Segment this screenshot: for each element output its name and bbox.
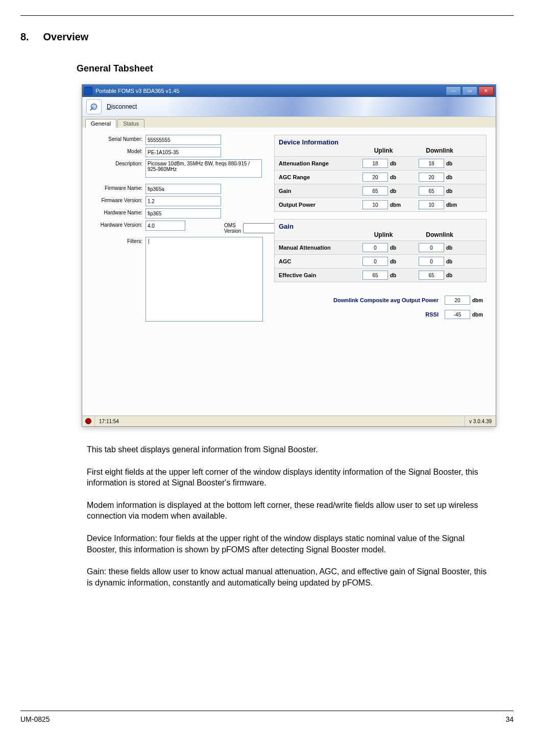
unit-label: db — [446, 245, 460, 251]
hwname-input[interactable] — [145, 208, 221, 218]
row-label: Gain — [279, 188, 355, 194]
tabstrip: General Status — [82, 117, 496, 128]
composite-power-label: Downlink Composite avg Output Power — [333, 297, 439, 303]
row-label: AGC — [279, 258, 355, 264]
device-info-panel: Device Information UplinkDownlink Attenu… — [274, 135, 487, 212]
downlink-value — [419, 243, 444, 252]
unit-label: db — [446, 259, 460, 264]
rssi-label: RSSI — [425, 311, 439, 318]
gain-panel: Gain UplinkDownlink Manual Attenuationdb… — [274, 219, 487, 282]
footer-left: UM-0825 — [20, 715, 50, 723]
unit-label: dbm — [390, 202, 404, 208]
filters-box[interactable]: | — [145, 237, 263, 322]
rssi-unit: dbm — [472, 312, 487, 318]
downlink-value — [419, 257, 444, 266]
uplink-header: Uplink — [355, 147, 411, 154]
row-label: AGC Range — [279, 174, 355, 180]
paragraph: Gain: these fields allow user to know ac… — [87, 566, 493, 588]
composite-power-value — [445, 296, 470, 305]
downlink-value — [419, 200, 444, 209]
maximize-button[interactable]: ▭ — [462, 86, 477, 95]
tab-general[interactable]: General — [85, 119, 116, 128]
unit-label: db — [446, 188, 460, 194]
unit-label: db — [390, 273, 404, 278]
paragraph: Modem information is displayed at the bo… — [87, 500, 493, 522]
uplink-value — [362, 159, 388, 168]
uplink-value — [362, 257, 388, 266]
uplink-value — [362, 271, 388, 280]
hwver-label: Hardware Version: — [91, 221, 145, 228]
unit-label: db — [390, 245, 404, 251]
row-label: Effective Gain — [279, 272, 355, 278]
uplink-value — [362, 186, 388, 196]
table-row: Output Powerdbmdbm — [275, 198, 486, 211]
close-button[interactable]: ✕ — [478, 86, 494, 95]
window-title: Portable FOMS v3 BDA365 v1.45 — [95, 88, 445, 94]
minimize-button[interactable]: — — [446, 86, 461, 95]
uplink-value — [362, 200, 388, 209]
disconnect-icon[interactable] — [86, 99, 102, 114]
downlink-header: Downlink — [411, 231, 468, 238]
paragraph: This tab sheet displays general informat… — [87, 444, 493, 455]
serial-label: Serial Number: — [91, 135, 145, 142]
model-label: Model: — [91, 147, 145, 154]
table-row: AGC Rangedbdb — [275, 170, 486, 184]
table-row: Gaindbdb — [275, 184, 486, 198]
model-input[interactable] — [145, 147, 221, 157]
downlink-value — [419, 159, 444, 168]
toolbar: Disconnect — [82, 97, 496, 117]
fwname-label: Firmware Name: — [91, 184, 145, 191]
paragraph: First eight fields at the upper left cor… — [87, 467, 493, 489]
oms-input[interactable] — [243, 223, 278, 233]
table-row: Manual Attenuationdbdb — [275, 240, 486, 254]
disconnect-link[interactable]: Disconnect — [107, 103, 137, 110]
paragraph: Device Information: four fields at the u… — [87, 533, 493, 555]
unit-label: db — [390, 259, 404, 264]
titlebar[interactable]: Portable FOMS v3 BDA365 v1.45 — ▭ ✕ — [82, 85, 496, 97]
description-label: Description: — [91, 159, 145, 166]
app-icon — [84, 87, 92, 95]
hwver-input[interactable] — [145, 221, 185, 231]
uplink-header: Uplink — [355, 231, 411, 238]
table-row: Effective Gaindbdb — [275, 268, 486, 282]
subsection-heading: General Tabsheet — [77, 63, 514, 74]
row-label: Manual Attenuation — [279, 245, 355, 251]
status-bar: 17:11:54 v 3.0.4.39 — [82, 416, 496, 426]
fwname-input[interactable] — [145, 184, 221, 194]
body-text: This tab sheet displays general informat… — [87, 444, 493, 588]
status-time: 17:11:54 — [94, 416, 123, 426]
row-label: Output Power — [279, 202, 355, 208]
downlink-value — [419, 271, 444, 280]
gain-title: Gain — [275, 220, 486, 231]
description-input[interactable]: Picosaw 10dBm, 35MHz BW, freqs 880-915 /… — [145, 159, 262, 178]
status-version: v 3.0.4.39 — [465, 416, 496, 426]
table-row: Attenuation Rangedbdb — [275, 156, 486, 170]
rssi-value — [445, 310, 470, 319]
downlink-value — [419, 186, 444, 196]
serial-input[interactable] — [145, 135, 221, 145]
unit-label: db — [390, 188, 404, 194]
unit-label: dbm — [446, 202, 460, 208]
uplink-value — [362, 243, 388, 252]
tab-status[interactable]: Status — [117, 119, 144, 128]
unit-label: db — [446, 161, 460, 166]
app-window: Portable FOMS v3 BDA365 v1.45 — ▭ ✕ Disc… — [82, 84, 496, 427]
hwname-label: Hardware Name: — [91, 208, 145, 215]
unit-label: db — [390, 175, 404, 180]
oms-label: OMS Version — [224, 223, 241, 234]
fwver-input[interactable] — [145, 196, 221, 206]
unit-label: db — [390, 161, 404, 166]
filters-label: Filters: — [91, 237, 145, 244]
downlink-header: Downlink — [411, 147, 468, 154]
unit-label: db — [446, 175, 460, 180]
section-heading: 8. Overview — [20, 31, 514, 43]
downlink-value — [419, 173, 444, 182]
footer-right: 34 — [505, 715, 514, 723]
fwver-label: Firmware Version: — [91, 196, 145, 203]
composite-power-unit: dbm — [472, 298, 487, 303]
device-info-title: Device Information — [275, 135, 486, 147]
uplink-value — [362, 173, 388, 182]
unit-label: db — [446, 273, 460, 278]
table-row: AGCdbdb — [275, 254, 486, 268]
row-label: Attenuation Range — [279, 160, 355, 166]
